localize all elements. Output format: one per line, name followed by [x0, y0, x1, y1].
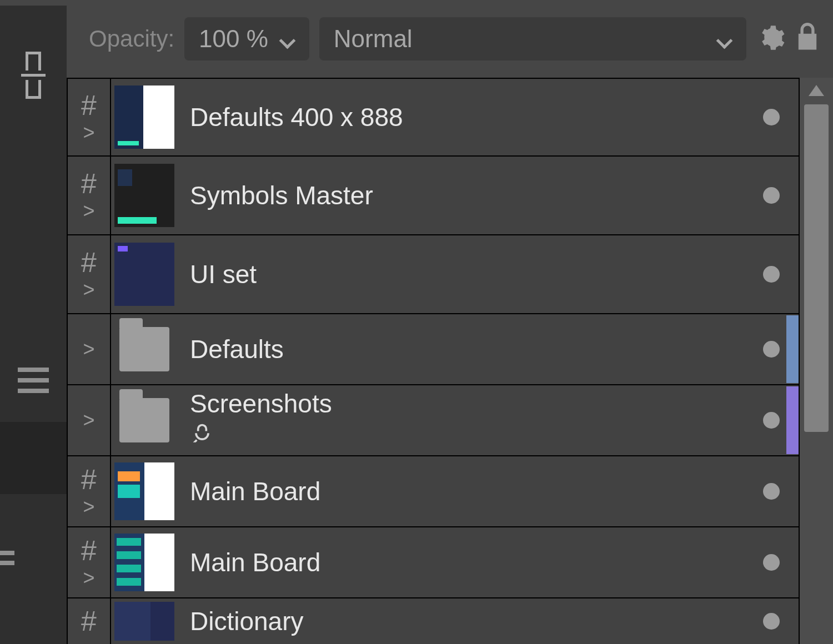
- chevron-right-icon: >: [83, 280, 94, 300]
- artboard-icon: #: [81, 170, 97, 198]
- layers-scrollbar[interactable]: [800, 78, 833, 644]
- folder-icon-cell: [111, 385, 178, 455]
- layers-panel: Opacity: 100 % Normal # > Defaults 400 x…: [67, 6, 833, 644]
- layer-folder[interactable]: > Defaults: [67, 314, 800, 385]
- artboard-toggle[interactable]: # >: [68, 527, 111, 597]
- layer-folder[interactable]: > Screenshots: [67, 385, 800, 456]
- layer-name-with-symbol[interactable]: Screenshots: [178, 385, 744, 455]
- layers-toolbar: Opacity: 100 % Normal: [67, 6, 833, 72]
- chevron-right-icon: >: [83, 201, 94, 221]
- visibility-toggle[interactable]: [744, 157, 799, 234]
- layer-name[interactable]: Dictionary: [178, 598, 744, 644]
- chevron-right-icon: >: [83, 339, 94, 359]
- folder-icon: [119, 398, 169, 442]
- folder-toggle[interactable]: >: [68, 385, 111, 455]
- lock-icon[interactable]: [795, 23, 820, 55]
- layer-name[interactable]: Defaults: [178, 314, 744, 384]
- blend-mode-value: Normal: [334, 25, 413, 53]
- layer-thumbnail: [111, 456, 178, 526]
- visibility-toggle[interactable]: [744, 79, 799, 155]
- layers-list: # > Defaults 400 x 888 # > Symbols Maste…: [67, 78, 800, 644]
- layer-artboard[interactable]: # > Defaults 400 x 888: [67, 78, 800, 157]
- artboard-toggle[interactable]: # >: [68, 235, 111, 313]
- scroll-up-icon[interactable]: [800, 78, 833, 103]
- chevron-right-icon: >: [83, 497, 94, 517]
- chevron-down-icon: [717, 32, 732, 46]
- window-top-strip: [0, 0, 833, 6]
- layer-artboard[interactable]: # > Symbols Master: [67, 157, 800, 235]
- artboard-toggle[interactable]: # >: [68, 157, 111, 234]
- artboard-icon: #: [81, 466, 97, 494]
- layer-artboard[interactable]: # > Main Board: [67, 527, 800, 598]
- panel-stub-icon[interactable]: [0, 544, 67, 577]
- layer-name[interactable]: Symbols Master: [178, 157, 744, 234]
- visibility-toggle[interactable]: [744, 235, 799, 313]
- color-tag: [786, 386, 799, 454]
- layer-artboard[interactable]: # > Main Board: [67, 456, 800, 527]
- artboard-icon: #: [81, 537, 97, 565]
- color-tag: [786, 315, 799, 383]
- artboard-toggle[interactable]: # >: [68, 79, 111, 155]
- folder-icon: [119, 327, 169, 371]
- layer-name[interactable]: Main Board: [178, 456, 744, 526]
- chevron-right-icon: >: [83, 410, 94, 430]
- artboard-icon: #: [81, 607, 97, 635]
- layer-thumbnail: [111, 79, 178, 155]
- opacity-label: Opacity:: [89, 26, 174, 52]
- left-tool-gutter: [0, 6, 67, 644]
- visibility-toggle[interactable]: [744, 527, 799, 597]
- blend-mode-dropdown[interactable]: Normal: [319, 17, 746, 61]
- layer-name: Screenshots: [190, 389, 332, 419]
- panel-hamburger-icon[interactable]: [0, 355, 67, 405]
- layer-thumbnail: [111, 598, 178, 644]
- scroll-thumb[interactable]: [804, 104, 829, 432]
- layer-name[interactable]: Defaults 400 x 888: [178, 79, 744, 155]
- artboard-toggle[interactable]: # >: [68, 456, 111, 526]
- layer-name[interactable]: Main Board: [178, 527, 744, 597]
- artboard-icon: #: [81, 92, 97, 119]
- visibility-toggle[interactable]: [744, 598, 799, 644]
- symbol-icon: [190, 422, 214, 452]
- layer-name[interactable]: UI set: [178, 235, 744, 313]
- folder-toggle[interactable]: >: [68, 314, 111, 384]
- layer-thumbnail: [111, 235, 178, 313]
- visibility-toggle[interactable]: [744, 456, 799, 526]
- chevron-right-icon: >: [83, 123, 94, 143]
- panel-dark-slot: [0, 422, 67, 494]
- opacity-dropdown[interactable]: 100 %: [184, 17, 309, 61]
- folder-icon-cell: [111, 314, 178, 384]
- gear-icon[interactable]: [756, 23, 785, 54]
- chevron-right-icon: >: [83, 568, 94, 588]
- layer-thumbnail: [111, 157, 178, 234]
- opacity-value: 100 %: [199, 25, 268, 53]
- layer-artboard[interactable]: # Dictionary: [67, 598, 800, 644]
- layer-thumbnail: [111, 527, 178, 597]
- layer-artboard[interactable]: # > UI set: [67, 235, 800, 314]
- split-view-icon[interactable]: [0, 6, 67, 144]
- artboard-toggle[interactable]: #: [68, 598, 111, 644]
- chevron-down-icon: [280, 32, 295, 46]
- artboard-icon: #: [81, 249, 97, 276]
